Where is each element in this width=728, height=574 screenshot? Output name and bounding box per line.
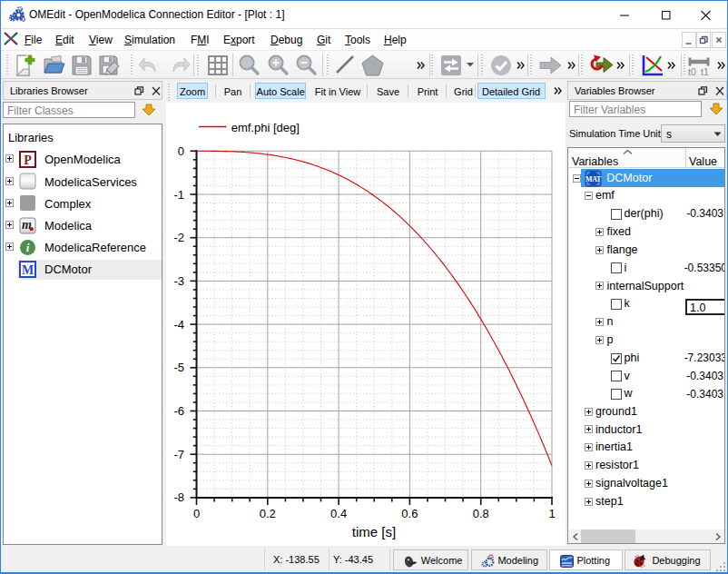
svg-text:0: 0 (193, 507, 200, 520)
svg-text:t1: t1 (701, 66, 709, 77)
svg-text:0.4: 0.4 (330, 507, 347, 520)
svg-text:0.2: 0.2 (260, 507, 276, 520)
svg-text:-6: -6 (173, 404, 184, 418)
svg-text:t0: t0 (688, 66, 696, 77)
svg-text:-2: -2 (173, 231, 184, 244)
svg-text:-7: -7 (173, 448, 184, 461)
svg-text:-8: -8 (173, 490, 184, 504)
svg-text:time [s]: time [s] (352, 524, 396, 539)
svg-text:-1: -1 (173, 188, 184, 202)
svg-text:0.6: 0.6 (401, 507, 418, 520)
svg-text:P: P (24, 153, 32, 167)
svg-text:-3: -3 (173, 274, 184, 288)
svg-text:-5: -5 (173, 361, 184, 374)
svg-text:i: i (26, 241, 30, 254)
svg-text:0: 0 (178, 144, 184, 158)
svg-text:MAT: MAT (585, 174, 601, 183)
svg-text:1: 1 (548, 507, 555, 520)
svg-text:M: M (22, 263, 34, 277)
svg-text:0.8: 0.8 (473, 507, 489, 520)
svg-text:-4: -4 (173, 318, 184, 332)
svg-text:emf.phi [deg]: emf.phi [deg] (231, 121, 300, 134)
